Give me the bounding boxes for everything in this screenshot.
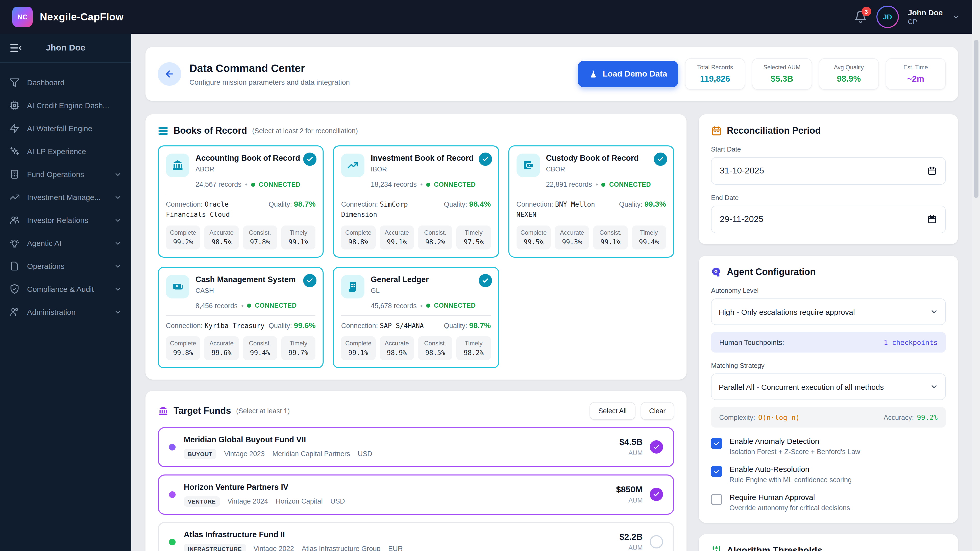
sidebar-item-administration[interactable]: Administration — [0, 300, 131, 324]
calculator-icon — [9, 169, 20, 179]
flask-icon — [589, 70, 598, 78]
metric-chip: Timely99.1% — [281, 225, 316, 249]
reconciliation-period-section: Reconciliation Period Start Date 31-10-2… — [699, 114, 958, 245]
sidebar-item-investor-relations[interactable]: Investor Relations — [0, 209, 131, 232]
stat-est-time: Est. Time ~2m — [886, 58, 946, 90]
book-card-general-ledger[interactable]: General Ledger GL 45,678 records•CONNECT… — [333, 267, 499, 368]
book-card-accounting[interactable]: Accounting Book of Record ABOR 24,567 re… — [158, 145, 324, 257]
sidebar-user-title: Jhon Doe — [22, 43, 122, 53]
book-card-investment[interactable]: Investment Book of Record IBOR 18,234 re… — [333, 145, 499, 257]
chevron-down-icon — [114, 239, 122, 247]
chevron-down-icon — [114, 262, 122, 270]
book-card-custody[interactable]: Custody Book of Record CBOR 22,891 recor… — [508, 145, 674, 257]
select-all-button[interactable]: Select All — [590, 402, 635, 420]
sidebar: Jhon Doe Dashboard AI Credit Engine Dash… — [0, 34, 131, 551]
metric-chip: Complete99.2% — [166, 225, 200, 249]
chevron-down-icon — [114, 170, 122, 178]
metric-chip: Accurate98.9% — [380, 336, 414, 360]
avatar[interactable]: JD — [876, 6, 899, 28]
check-circle-icon — [650, 441, 663, 454]
clear-button[interactable]: Clear — [640, 402, 674, 420]
metric-chip: Accurate98.5% — [204, 225, 239, 249]
database-stack-icon — [158, 125, 169, 136]
end-date-input[interactable]: 29-11-2025 — [711, 206, 946, 233]
metric-chip: Accurate99.1% — [380, 225, 414, 249]
metric-chip: Timely98.2% — [457, 336, 491, 360]
user-menu-chevron-icon[interactable] — [952, 13, 960, 21]
people-icon — [9, 215, 20, 225]
target-funds-section: Target Funds (Select at least 1) Select … — [145, 391, 687, 551]
receipt-icon — [341, 275, 365, 298]
checkbox-checked-icon[interactable] — [711, 466, 722, 477]
status-badge: CONNECTED — [609, 181, 651, 188]
chevron-down-icon — [114, 216, 122, 224]
sidebar-item-investment-management[interactable]: Investment Manage... — [0, 186, 131, 209]
metric-chip: Timely97.5% — [457, 225, 491, 249]
thresholds-title: Algorithm Thresholds — [727, 545, 822, 551]
fund-row-atlas[interactable]: Atlas Infrastructure Fund II INFRASTRUCT… — [158, 522, 674, 551]
sidebar-item-operations[interactable]: Operations — [0, 254, 131, 278]
metric-chip: Complete99.1% — [341, 336, 375, 360]
fund-row-horizon[interactable]: Horizon Venture Partners IV VENTURE Vint… — [158, 475, 674, 515]
complexity-value: O(n·log n) — [758, 413, 800, 421]
status-badge: CONNECTED — [434, 181, 476, 188]
metric-chip: Timely99.4% — [632, 225, 666, 249]
human-approval-checkbox-row[interactable]: Require Human Approval Override autonomy… — [711, 493, 946, 512]
checkbox-checked-icon[interactable] — [711, 438, 722, 449]
sidebar-item-ai-credit-engine[interactable]: AI Credit Engine Dash... — [0, 94, 131, 117]
bank-icon — [158, 406, 169, 416]
sidebar-item-compliance-audit[interactable]: Compliance & Audit — [0, 278, 131, 300]
scrollbar-thumb[interactable] — [974, 40, 978, 198]
lightbulb-icon — [9, 238, 20, 248]
page-subtitle: Configure mission parameters and data in… — [189, 78, 350, 86]
back-button[interactable] — [158, 62, 181, 86]
check-circle-icon — [479, 152, 492, 166]
fund-row-meridian[interactable]: Meridian Global Buyout Fund VII BUYOUT V… — [158, 427, 674, 467]
document-icon — [9, 261, 20, 272]
brand-name: Nexgile-CapFlow — [40, 11, 124, 23]
anomaly-detection-checkbox-row[interactable]: Enable Anomaly Detection Isolation Fores… — [711, 437, 946, 456]
checkbox-unchecked-icon[interactable] — [711, 494, 722, 505]
sidebar-item-ai-waterfall-engine[interactable]: AI Waterfall Engine — [0, 117, 131, 140]
sidebar-collapse-icon[interactable] — [9, 41, 22, 55]
chart-up-icon — [341, 154, 365, 177]
shield-check-icon — [9, 284, 20, 294]
chevron-down-icon — [114, 308, 122, 316]
metric-chip: Accurate99.3% — [555, 225, 589, 249]
fund-type-badge: VENTURE — [184, 496, 220, 507]
bolt-icon — [9, 123, 20, 134]
autonomy-level-select[interactable]: High - Only escalations require approval — [711, 299, 946, 325]
sidebar-item-fund-operations[interactable]: Fund Operations — [0, 163, 131, 186]
complexity-bar: Complexity:O(n·log n) Accuracy:99.2% — [711, 407, 946, 427]
book-card-cash[interactable]: Cash Management System CASH 8,456 record… — [158, 267, 324, 368]
chevron-down-icon — [114, 285, 122, 293]
user-info: John Doe GP — [908, 8, 943, 25]
notifications-button[interactable]: 3 — [854, 10, 867, 24]
agent-configuration-section: Agent Configuration Autonomy Level High … — [699, 256, 958, 523]
metric-chip: Consist.99.4% — [243, 336, 277, 360]
status-dot — [247, 303, 251, 308]
sidebar-item-dashboard[interactable]: Dashboard — [0, 71, 131, 94]
funnel-icon — [9, 77, 20, 88]
sidebar-item-agentic-ai[interactable]: Agentic AI — [0, 232, 131, 254]
sidebar-nav: Dashboard AI Credit Engine Dash... AI Wa… — [0, 71, 131, 324]
accuracy-value: 99.2% — [917, 413, 938, 421]
sidebar-item-ai-lp-experience[interactable]: AI LP Experience — [0, 140, 131, 163]
calendar-picker-icon[interactable] — [927, 214, 937, 224]
stat-selected-aum: Selected AUM $5.3B — [752, 58, 812, 90]
users-icon — [9, 306, 20, 318]
books-title: Books of Record — [173, 125, 247, 136]
page-scrollbar[interactable] — [972, 0, 980, 551]
unchecked-circle-icon — [650, 535, 663, 549]
cpu-icon — [9, 100, 20, 111]
matching-strategy-label: Matching Strategy — [711, 362, 946, 369]
matching-strategy-select[interactable]: Parallel All - Concurrent execution of a… — [711, 373, 946, 400]
app: NC Nexgile-CapFlow 3 JD John Doe GP Jhon… — [0, 0, 980, 551]
load-demo-data-button[interactable]: Load Demo Data — [578, 61, 679, 87]
auto-resolution-checkbox-row[interactable]: Enable Auto-Resolution Rule Engine with … — [711, 465, 946, 484]
calendar-picker-icon[interactable] — [927, 166, 937, 176]
chevron-down-icon — [114, 193, 122, 201]
start-date-input[interactable]: 31-10-2025 — [711, 157, 946, 185]
sparkles-icon — [9, 146, 20, 157]
recon-title: Reconciliation Period — [727, 125, 821, 136]
